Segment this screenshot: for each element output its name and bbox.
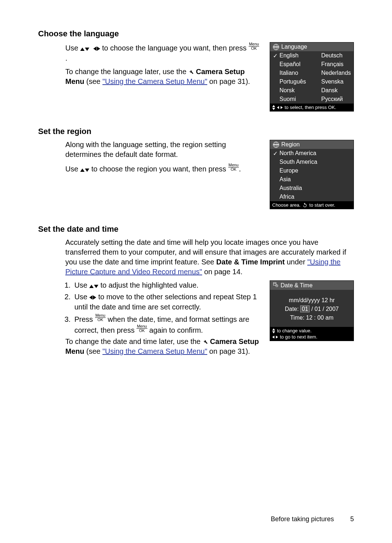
globe-icon (273, 44, 279, 50)
dt-highlighted[interactable]: 01 (300, 305, 310, 312)
menu-ok-icon: MenuOK (95, 313, 106, 322)
dt-format: mm/dd/yyyy 12 hr (273, 297, 351, 304)
region-option[interactable]: Africa (270, 193, 354, 201)
step-1: Use to adjust the highlighted value. (73, 280, 261, 291)
wrench-icon (203, 337, 208, 343)
svg-rect-0 (273, 283, 276, 285)
chapter-title: Before taking pictures (271, 515, 334, 523)
section-set-region: Set the region Along with the language s… (38, 127, 354, 209)
datetime-intro: Accurately setting the date and time wil… (38, 238, 354, 277)
region-option[interactable]: North America (270, 149, 354, 158)
lang-p1: Use to choose the language you want, the… (65, 42, 261, 63)
updown-icon (89, 281, 98, 291)
language-panel: Language English Deutsch Español Françai… (270, 42, 354, 112)
lang-option[interactable]: Norsk (270, 86, 312, 95)
lang-option[interactable]: Italiano (270, 69, 312, 77)
dt-date: Date: 01 / 01 / 2007 (273, 306, 351, 312)
manual-page: Choose the language Use to choose the la… (0, 0, 392, 543)
region-option[interactable]: Asia (270, 175, 354, 184)
return-icon (302, 202, 307, 208)
lang-option[interactable]: Nederlands (312, 69, 354, 77)
calendar-clock-icon (273, 282, 278, 289)
menu-ok-icon: MenuOK (136, 324, 147, 333)
step-2: Use to move to the other selections and … (73, 292, 261, 312)
lang-option[interactable]: Português (270, 77, 312, 86)
heading-region: Set the region (38, 127, 354, 136)
panel-title-language: Language (281, 44, 307, 50)
step-3: Press MenuOK when the date, time, and fo… (73, 313, 261, 335)
lang-p2: To change the language later, use the Ca… (65, 67, 261, 86)
datetime-outro: To change the date and time later, use t… (38, 337, 261, 356)
dt-time: Time: 12 : 00 am (273, 315, 351, 321)
region-p2: Use to choose the region you want, then … (65, 163, 261, 174)
region-option[interactable]: South America (270, 158, 354, 166)
leftright-icon (277, 106, 283, 109)
panel-title-datetime: Date & Time (281, 282, 313, 289)
lang-option[interactable]: Français (312, 60, 354, 69)
leftright-icon (272, 336, 278, 339)
wrench-icon (188, 67, 194, 73)
lang-option[interactable]: Dansk (312, 86, 354, 95)
datetime-panel: Date & Time mm/dd/yyyy 12 hr Date: 01 / … (270, 280, 354, 341)
panel-title-region: Region (281, 141, 300, 148)
menu-ok-icon: MenuOK (249, 42, 260, 50)
leftright-icon (93, 44, 100, 53)
region-option[interactable]: Europe (270, 166, 354, 175)
region-p1: Along with the language setting, the reg… (65, 140, 261, 159)
lang-option[interactable]: Español (270, 60, 312, 69)
menu-ok-icon: MenuOK (228, 163, 239, 171)
section-choose-language: Choose the language Use to choose the la… (38, 29, 354, 112)
globe-icon (273, 142, 279, 148)
link-camera-setup-2[interactable]: "Using the Camera Setup Menu" (102, 347, 207, 355)
lang-option[interactable]: English (270, 51, 312, 60)
updown-icon (272, 105, 275, 110)
link-camera-setup-1[interactable]: "Using the Camera Setup Menu" (102, 77, 207, 85)
lang-option[interactable]: Svenska (312, 77, 354, 86)
lang-option[interactable]: Русский (312, 95, 354, 104)
datetime-steps: Use to adjust the highlighted value. Use… (38, 280, 261, 335)
page-footer: Before taking pictures 5 (271, 515, 354, 523)
section-date-time: Set the date and time Accurately setting… (38, 224, 354, 360)
region-option[interactable]: Australia (270, 184, 354, 193)
heading-language: Choose the language (38, 29, 354, 39)
page-number: 5 (336, 515, 354, 523)
updown-icon (80, 44, 89, 53)
lang-option[interactable]: Suomi (270, 95, 312, 104)
leftright-icon (89, 292, 96, 302)
updown-icon (80, 165, 89, 174)
heading-datetime: Set the date and time (38, 224, 354, 234)
region-panel: Region North America South America Europ… (270, 140, 354, 209)
lang-option[interactable]: Deutsch (312, 51, 354, 60)
updown-icon (272, 328, 275, 333)
